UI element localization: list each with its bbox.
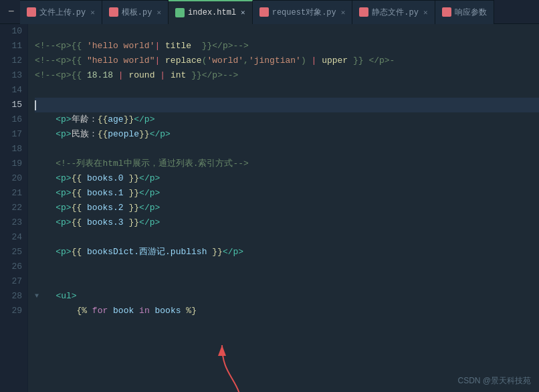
code-tag-p-close-17: </p> [150, 127, 171, 142]
code-tag-p-open-25: <p> [56, 245, 71, 260]
code-comment-13: <!--<p>{{ 18.18 | round | int }}</p>--> [35, 68, 238, 83]
tab-index[interactable]: index.html ✕ [169, 0, 253, 24]
tab-icon-template [109, 7, 118, 17]
code-space-22 [124, 201, 129, 215]
code-text-17: 民族： [72, 127, 98, 142]
text-cursor [35, 100, 36, 110]
code-tag-p-open-20: <p> [56, 171, 71, 186]
tab-close-upload[interactable]: ✕ [90, 8, 95, 17]
ln-12: 12 [0, 54, 22, 68]
code-var-book-29: book [113, 304, 134, 318]
code-line-13: <!--<p>{{ 18.18 | round | int }}</p>--> [35, 68, 539, 83]
tab-label-upload: 文件上传.py [39, 7, 86, 18]
code-bracket-open-22: {{ [72, 201, 82, 215]
code-var-23: books.3 [87, 215, 124, 230]
collapse-icon-28[interactable]: ▼ [35, 289, 39, 304]
code-line-24 [35, 230, 539, 245]
code-space-20 [124, 171, 129, 186]
code-space-29c [150, 304, 155, 318]
code-var-20: books.0 [87, 171, 124, 186]
tab-static[interactable]: 静态文件.py ✕ [352, 0, 435, 24]
code-tag-ul-28: <ul> [56, 289, 76, 304]
code-area[interactable]: <!--<p>{{ 'hello world'| title }}</p>-->… [28, 24, 539, 392]
ln-16: 16 [0, 112, 22, 127]
code-bracket-close-17: }} [139, 127, 150, 142]
editor-container: 10 11 12 13 14 15 16 17 18 19 20 21 22 2… [0, 24, 539, 392]
code-line-18 [35, 142, 539, 157]
code-var-25: booksDict.西游记.publish [87, 245, 207, 260]
ln-17: 17 [0, 127, 22, 142]
code-tag-p-close-25: </p> [223, 245, 243, 260]
code-text-22 [82, 201, 87, 215]
code-space-25 [207, 245, 212, 260]
code-keyword-for-29: for [92, 304, 108, 318]
code-var-books-29: books [155, 304, 181, 318]
ln-25: 25 [0, 245, 22, 260]
code-bracket-open-23: {{ [72, 215, 82, 230]
code-indent-17 [35, 127, 56, 142]
tab-upload[interactable]: 文件上传.py ✕ [20, 0, 102, 24]
code-text-21 [82, 186, 87, 201]
code-bracket-close-29: %} [186, 304, 197, 318]
code-indent-25 [35, 245, 56, 260]
code-line-20: <p>{{ books.0 }}</p> [35, 171, 539, 186]
code-line-14 [35, 83, 539, 98]
tab-close-request[interactable]: ✕ [341, 8, 346, 17]
code-indent-22 [35, 201, 56, 215]
code-space-23 [124, 215, 129, 230]
ln-23: 23 [0, 215, 22, 230]
code-comment-11: <!--<p>{{ 'hello world'| title }}</p>--> [35, 39, 249, 54]
code-line-23: <p>{{ books.3 }}</p> [35, 215, 539, 230]
tab-close-template[interactable]: ✕ [156, 8, 161, 17]
code-space-29b [134, 304, 139, 318]
tab-response[interactable]: 响应参数 [435, 0, 494, 24]
code-comment-12: <!--<p>{{ "hello world"| replace('world'… [35, 54, 395, 68]
ln-26: 26 [0, 260, 22, 274]
code-space-29a [108, 304, 113, 318]
code-bracket-close-16: }} [124, 112, 134, 127]
tab-label-template: 模板.py [122, 7, 152, 18]
code-line-16: <p>年龄：{{age}}</p> [35, 112, 539, 127]
tab-close-index[interactable]: ✕ [241, 8, 245, 17]
ln-21: 21 [0, 186, 22, 201]
code-tag-p-open-22: <p> [56, 201, 71, 215]
code-line-12: <!--<p>{{ "hello world"| replace('world'… [35, 54, 539, 68]
code-line-29: {% for book in books %} [35, 304, 539, 318]
code-line-26 [35, 260, 539, 274]
ln-18: 18 [0, 142, 22, 157]
tab-close-static[interactable]: ✕ [423, 8, 428, 17]
code-line-11: <!--<p>{{ 'hello world'| title }}</p>--> [35, 39, 539, 54]
tab-label-request: request对象.py [272, 7, 336, 18]
code-indent-19 [35, 157, 56, 171]
ln-13: 13 [0, 68, 22, 83]
code-indent-20 [35, 171, 56, 186]
code-text-23 [82, 215, 87, 230]
code-tag-p-close-23: </p> [139, 215, 160, 230]
tab-bar: − 文件上传.py ✕ 模板.py ✕ index.html ✕ request… [0, 0, 539, 24]
code-var-17: people [108, 127, 139, 142]
code-tag-p-open-17: <p> [56, 127, 71, 142]
code-tag-p-close-22: </p> [139, 201, 160, 215]
code-bracket-close-20: }} [128, 171, 139, 186]
code-line-28: ▼ <ul> [35, 289, 539, 304]
ln-15: 15 [0, 98, 22, 112]
tab-request[interactable]: request对象.py ✕ [253, 0, 353, 24]
code-keyword-in-29: in [139, 304, 150, 318]
code-line-27 [35, 274, 539, 289]
code-tag-p-close-20: </p> [139, 171, 160, 186]
ln-10: 10 [0, 24, 22, 39]
tab-label-index: index.html [188, 8, 236, 17]
code-tag-p-close-21: </p> [139, 186, 160, 201]
code-text-16: 年龄： [72, 112, 98, 127]
tab-icon-upload [27, 7, 36, 17]
code-line-19: <!--列表在html中展示，通过列表.索引方式--> [35, 157, 539, 171]
code-tag-p-open-23: <p> [56, 215, 71, 230]
tab-icon-static [359, 7, 368, 17]
code-indent-23 [35, 215, 56, 230]
code-space-21 [124, 186, 129, 201]
tab-icon-request [259, 7, 269, 17]
annotation-arrow [215, 338, 269, 392]
code-bracket-open-20: {{ [72, 171, 82, 186]
minimize-button[interactable]: − [3, 6, 20, 18]
tab-template[interactable]: 模板.py ✕ [102, 0, 169, 24]
